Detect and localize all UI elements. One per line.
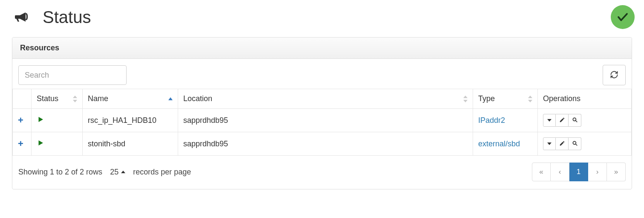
row-summary: Showing 1 to 2 of 2 rows	[18, 168, 102, 177]
sort-asc-icon	[168, 97, 173, 100]
expand-row-button[interactable]: +	[18, 115, 23, 125]
page-size-value: 25	[110, 168, 118, 177]
page-title: Status	[43, 8, 91, 27]
operations-menu-button[interactable]	[543, 114, 556, 127]
status-running-icon	[37, 116, 44, 125]
refresh-icon	[610, 70, 618, 80]
operations-menu-button[interactable]	[543, 137, 556, 150]
column-type-label: Type	[478, 94, 495, 103]
cell-location: sapprdhdb95	[178, 132, 473, 156]
column-operations-label: Operations	[543, 94, 580, 103]
expand-row-button[interactable]: +	[18, 138, 23, 149]
edit-button[interactable]	[556, 137, 569, 150]
megaphone-icon	[12, 8, 31, 27]
column-operations: Operations	[538, 89, 632, 109]
svg-line-2	[575, 120, 577, 122]
svg-point-1	[573, 118, 576, 121]
details-button[interactable]	[569, 114, 581, 127]
svg-point-4	[573, 141, 576, 144]
resource-type-link[interactable]: external/sbd	[478, 140, 520, 148]
cluster-health-indicator	[611, 5, 635, 29]
details-button[interactable]	[569, 137, 581, 150]
pencil-icon	[559, 140, 565, 148]
column-location-label: Location	[183, 94, 212, 103]
edit-button[interactable]	[556, 114, 569, 127]
column-type[interactable]: Type	[473, 89, 538, 109]
column-expand	[13, 89, 32, 109]
pagination-next[interactable]: ›	[588, 163, 607, 181]
pagination-prev[interactable]: ‹	[551, 163, 569, 181]
magnifier-icon	[572, 117, 578, 124]
refresh-button[interactable]	[603, 65, 626, 85]
svg-marker-0	[39, 117, 43, 122]
pagination-last[interactable]: »	[607, 163, 626, 181]
caret-up-icon	[121, 171, 125, 173]
column-status[interactable]: Status	[32, 89, 83, 109]
sort-icon	[528, 96, 532, 102]
svg-line-5	[575, 144, 577, 145]
cell-location: sapprdhdb95	[178, 109, 473, 132]
pagination: « ‹ 1 › »	[532, 163, 626, 181]
resource-type-link[interactable]: IPaddr2	[478, 116, 505, 125]
caret-down-icon	[547, 119, 552, 122]
pencil-icon	[559, 117, 565, 124]
panel-title: Resources	[12, 38, 632, 59]
table-row: +stonith-sbdsapprdhdb95external/sbd	[13, 132, 632, 156]
cell-name: rsc_ip_HA1_HDB10	[83, 109, 178, 132]
caret-down-icon	[547, 142, 552, 145]
table-row: +rsc_ip_HA1_HDB10sapprdhdb95IPaddr2	[13, 109, 632, 132]
page-size-selector[interactable]: 25	[110, 168, 125, 177]
magnifier-icon	[572, 140, 578, 148]
pagination-page-1[interactable]: 1	[569, 163, 588, 181]
column-status-label: Status	[37, 94, 58, 103]
cell-name: stonith-sbd	[83, 132, 178, 156]
records-per-page-label: records per page	[133, 168, 191, 177]
svg-marker-3	[39, 140, 43, 145]
sort-icon	[73, 96, 77, 102]
column-name-label: Name	[88, 94, 108, 103]
resources-panel: Resources	[12, 37, 632, 189]
status-running-icon	[37, 139, 44, 149]
search-input[interactable]	[18, 65, 127, 85]
pagination-first[interactable]: «	[532, 163, 551, 181]
resources-table: Status Name Location	[12, 89, 632, 156]
column-location[interactable]: Location	[178, 89, 473, 109]
sort-icon	[463, 96, 468, 102]
column-name[interactable]: Name	[83, 89, 178, 109]
